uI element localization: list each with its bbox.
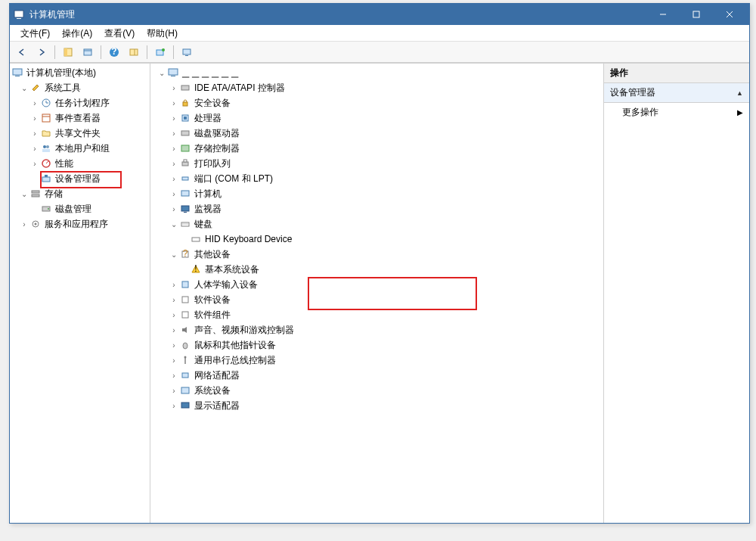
- maximize-button[interactable]: [680, 4, 713, 25]
- actions-more[interactable]: 更多操作 ▶: [604, 103, 749, 122]
- chevron-right-icon[interactable]: ›: [169, 129, 179, 138]
- chevron-right-icon[interactable]: ›: [169, 296, 179, 304]
- chevron-right-icon[interactable]: ›: [169, 341, 179, 350]
- menu-file[interactable]: 文件(F): [14, 25, 56, 42]
- scan-button[interactable]: [151, 44, 169, 61]
- console-tree: 计算机管理(本地) ⌄ 系统工具 › 任务计划程序 › 事件查看器 › 共享文件…: [10, 64, 150, 523]
- svg-rect-0: [14, 11, 23, 17]
- dev-other[interactable]: ⌄?其他设备: [150, 247, 603, 262]
- disk-icon: [40, 203, 52, 215]
- dev-storage-controller[interactable]: ›存储控制器: [150, 141, 603, 156]
- dev-ide[interactable]: ›IDE ATA/ATAPI 控制器: [150, 80, 603, 95]
- chevron-right-icon[interactable]: ›: [169, 160, 179, 168]
- chevron-right-icon[interactable]: ›: [169, 356, 179, 365]
- dev-display[interactable]: ›显示适配器: [150, 398, 603, 413]
- menu-action[interactable]: 操作(A): [56, 25, 98, 42]
- tree-label: 服务和应用程序: [45, 218, 108, 231]
- chevron-right-icon[interactable]: ›: [29, 114, 40, 123]
- help-button[interactable]: ?: [105, 44, 123, 61]
- tree-task-scheduler[interactable]: › 任务计划程序: [10, 95, 150, 110]
- chevron-right-icon[interactable]: ›: [169, 190, 179, 198]
- show-hide-tree-button[interactable]: [59, 44, 77, 61]
- dev-computer[interactable]: ›计算机: [150, 186, 603, 201]
- dev-monitor[interactable]: ›监视器: [150, 201, 603, 216]
- chevron-down-icon[interactable]: ⌄: [169, 220, 179, 229]
- chevron-right-icon[interactable]: ›: [169, 372, 179, 380]
- chevron-right-icon[interactable]: ›: [169, 281, 179, 289]
- chevron-right-icon[interactable]: ›: [169, 205, 179, 213]
- chevron-right-icon[interactable]: ›: [169, 114, 179, 123]
- chevron-right-icon[interactable]: ›: [29, 129, 40, 138]
- properties-button[interactable]: [79, 44, 97, 61]
- chevron-right-icon[interactable]: ›: [29, 145, 40, 153]
- tree-system-tools[interactable]: ⌄ 系统工具: [10, 80, 150, 95]
- back-button[interactable]: [13, 44, 31, 61]
- monitor-button[interactable]: [178, 44, 196, 61]
- folder-icon: [40, 127, 52, 139]
- actions-header: 操作: [604, 64, 749, 83]
- action-pane-button[interactable]: [125, 44, 143, 61]
- dev-cpu[interactable]: ›处理器: [150, 110, 603, 126]
- minimize-button[interactable]: [646, 4, 680, 25]
- tree-storage[interactable]: ⌄ 存储: [10, 186, 150, 201]
- body: 计算机管理(本地) ⌄ 系统工具 › 任务计划程序 › 事件查看器 › 共享文件…: [10, 63, 749, 523]
- tree-label: 存储控制器: [194, 142, 240, 155]
- dev-sound[interactable]: ›声音、视频和游戏控制器: [150, 322, 603, 337]
- dev-security[interactable]: ›安全设备: [150, 95, 603, 110]
- tree-event-viewer[interactable]: › 事件查看器: [10, 110, 150, 126]
- software-icon: [179, 294, 191, 306]
- menu-help[interactable]: 帮助(H): [141, 25, 184, 42]
- dev-ports[interactable]: ›端口 (COM 和 LPT): [150, 171, 603, 186]
- tree-services[interactable]: › 服务和应用程序: [10, 216, 150, 232]
- chevron-right-icon[interactable]: ›: [29, 99, 40, 107]
- chevron-right-icon[interactable]: ›: [169, 145, 179, 153]
- tree-label: 事件查看器: [55, 112, 101, 125]
- menu-view[interactable]: 查看(V): [98, 25, 141, 42]
- dev-software-component[interactable]: ›软件组件: [150, 307, 603, 322]
- tree-label: HID Keyboard Device: [205, 234, 292, 244]
- dev-keyboard[interactable]: ⌄键盘: [150, 216, 603, 232]
- tree-shared-folders[interactable]: › 共享文件夹: [10, 126, 150, 141]
- device-root[interactable]: ⌄ ▁▁▁▁▁▁: [150, 65, 603, 80]
- svg-rect-50: [181, 206, 189, 211]
- tree-root[interactable]: 计算机管理(本地): [10, 65, 150, 80]
- dev-software-device[interactable]: ›软件设备: [150, 292, 603, 307]
- chevron-right-icon[interactable]: ›: [169, 84, 179, 92]
- dev-diskdrive[interactable]: ›磁盘驱动器: [150, 126, 603, 141]
- dev-hid[interactable]: ›人体学输入设备: [150, 277, 603, 292]
- dev-print-queue[interactable]: ›打印队列: [150, 156, 603, 171]
- chevron-right-icon[interactable]: ›: [169, 402, 179, 410]
- chevron-down-icon[interactable]: ⌄: [19, 84, 29, 92]
- tree-device-manager[interactable]: · 设备管理器: [10, 171, 150, 186]
- dev-hid-keyboard[interactable]: HID Keyboard Device: [150, 232, 603, 247]
- dev-mouse[interactable]: ›鼠标和其他指针设备: [150, 337, 603, 353]
- dev-basic-system[interactable]: !基本系统设备: [150, 262, 603, 277]
- toolbar-separator: [173, 45, 174, 59]
- actions-section-devmgr[interactable]: 设备管理器 ▲: [604, 83, 749, 103]
- chevron-right-icon[interactable]: ›: [169, 175, 179, 183]
- tree-label: ▁▁▁▁▁▁: [182, 67, 241, 78]
- dev-network[interactable]: ›网络适配器: [150, 368, 603, 383]
- forward-button[interactable]: [33, 44, 51, 61]
- svg-rect-3: [693, 11, 699, 17]
- tree-label: 键盘: [194, 218, 212, 231]
- svg-rect-16: [183, 49, 191, 54]
- chevron-down-icon[interactable]: ⌄: [19, 190, 29, 198]
- chevron-right-icon[interactable]: ›: [19, 220, 29, 229]
- tree-local-users[interactable]: › 本地用户和组: [10, 141, 150, 156]
- chevron-down-icon[interactable]: ⌄: [156, 69, 167, 77]
- chevron-right-icon[interactable]: ›: [169, 387, 179, 395]
- chevron-right-icon[interactable]: ›: [169, 99, 179, 107]
- tree-disk-management[interactable]: · 磁盘管理: [10, 201, 150, 216]
- tree-label: 性能: [55, 157, 73, 170]
- dev-usb[interactable]: ›通用串行总线控制器: [150, 353, 603, 368]
- chevron-right-icon[interactable]: ›: [169, 326, 179, 334]
- dev-system[interactable]: ›系统设备: [150, 383, 603, 398]
- chevron-right-icon[interactable]: ›: [169, 311, 179, 319]
- tree-label: 基本系统设备: [205, 263, 259, 276]
- chevron-down-icon[interactable]: ⌄: [169, 250, 179, 259]
- tree-label: 设备管理器: [55, 173, 101, 185]
- chevron-right-icon[interactable]: ›: [29, 160, 40, 168]
- close-button[interactable]: [713, 4, 746, 25]
- tree-performance[interactable]: › 性能: [10, 156, 150, 171]
